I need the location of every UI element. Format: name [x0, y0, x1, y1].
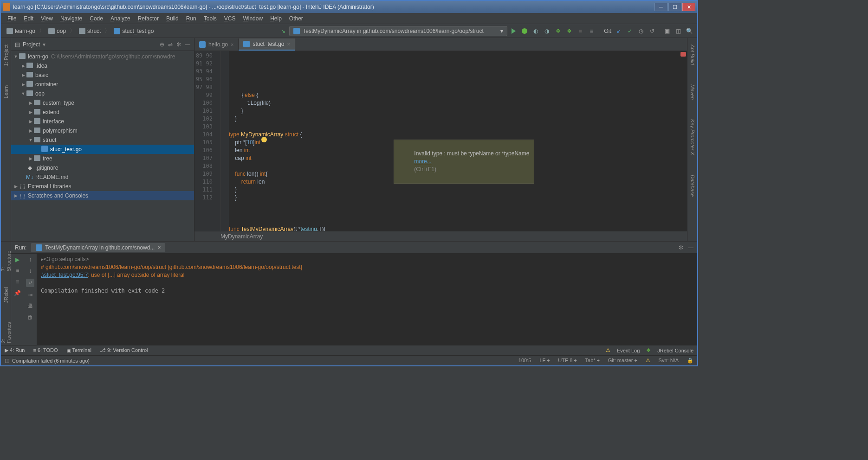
chevron-icon[interactable]: ▶ [28, 110, 33, 115]
intention-bulb-icon[interactable] [261, 137, 267, 142]
tree-item-learn-go[interactable]: ▼learn-goC:\Users\Administrator\go\src\g… [11, 52, 194, 61]
menu-vcs[interactable]: VCS [220, 14, 240, 23]
jrebel-console-button[interactable]: JRebel Console [657, 348, 693, 353]
ide-layout-icon[interactable]: ◫ [673, 26, 683, 36]
wrap-icon[interactable]: ⤶ [26, 279, 34, 287]
locate-icon[interactable]: ⊕ [160, 41, 164, 48]
breadcrumb-learn-go[interactable]: learn-go [4, 27, 38, 35]
tool-tab-key-promoter-x[interactable]: Key Promoter X [689, 116, 696, 158]
rerun-icon[interactable]: ▶ [15, 256, 19, 263]
status-svn[interactable]: Svn: N/A [659, 358, 679, 364]
jrebel-icon[interactable]: ❖ [553, 26, 563, 36]
menu-analyze[interactable]: Analyze [107, 14, 134, 23]
ide-settings-icon[interactable]: ▣ [662, 26, 672, 36]
print-icon[interactable]: 🖶 [27, 303, 33, 309]
gear-icon[interactable]: ✼ [679, 244, 683, 251]
status-pos[interactable]: 100:5 [518, 358, 531, 364]
event-log-button[interactable]: Event Log [617, 348, 640, 353]
menu-navigate[interactable]: Navigate [57, 14, 86, 23]
tool-btn--9-version-control[interactable]: ⎇ 9: Version Control [100, 347, 148, 353]
tree-item-README.md[interactable]: M↓README.md [11, 172, 194, 182]
tree-item-oop[interactable]: ▼oop [11, 89, 194, 98]
menu-run[interactable]: Run [182, 14, 200, 23]
chevron-icon[interactable]: ▶ [28, 156, 33, 161]
coverage-button[interactable]: ◐ [531, 26, 541, 36]
tool-tab-learn[interactable]: Learn [2, 83, 10, 101]
tree-item-extend[interactable]: ▶extend [11, 108, 194, 117]
console-output[interactable]: ▸<3 go setup calls> # github.com/snowdre… [37, 254, 697, 345]
down-icon[interactable]: ↓ [29, 268, 32, 274]
close-icon[interactable]: × [157, 244, 161, 251]
search-icon[interactable]: 🔍 [684, 26, 694, 36]
tree-item-struct[interactable]: ▼struct [11, 135, 194, 145]
run-button[interactable] [508, 26, 518, 36]
git-commit-icon[interactable]: ✓ [625, 26, 635, 36]
pin-icon[interactable]: 📌 [14, 290, 21, 296]
debug-button[interactable] [519, 26, 530, 36]
run-tab[interactable]: TestMyDynamicArray in github.com/snowd..… [31, 243, 165, 252]
collapse-icon[interactable]: ⇌ [168, 41, 173, 48]
menu-view[interactable]: View [37, 14, 57, 23]
dropdown-icon[interactable]: ▾ [43, 41, 45, 48]
chevron-icon[interactable]: ▶ [28, 119, 33, 124]
chevron-icon[interactable]: ▶ [13, 184, 19, 189]
tree-item-Scratches and Consoles[interactable]: ▶⬚Scratches and Consoles [11, 191, 194, 200]
menu-build[interactable]: Build [162, 14, 182, 23]
stop-icon[interactable]: ■ [16, 268, 19, 274]
scroll-icon[interactable]: ⇥ [28, 292, 32, 298]
close-icon[interactable]: × [231, 42, 233, 47]
error-marker-icon[interactable] [680, 52, 686, 57]
git-revert-icon[interactable]: ↺ [647, 26, 657, 36]
menu-file[interactable]: File [4, 14, 20, 23]
menu-help[interactable]: Help [266, 14, 285, 23]
tool-tab-1-project[interactable]: 1: Project [2, 42, 10, 69]
up-icon[interactable]: ↑ [29, 256, 32, 263]
tab-stuct_test.go[interactable]: stuct_test.go× [239, 38, 295, 51]
status-le[interactable]: LF ÷ [539, 358, 550, 364]
gear-icon[interactable]: ✼ [176, 41, 181, 48]
profile-button[interactable]: ◑ [542, 26, 552, 36]
layout-icon[interactable]: ≡ [16, 279, 19, 285]
tool-btn--4-run[interactable]: ▶ 4: Run [5, 347, 25, 353]
chevron-icon[interactable]: ▶ [20, 73, 26, 77]
close-icon[interactable]: × [287, 41, 290, 47]
tree-item-basic[interactable]: ▶basic [11, 70, 194, 80]
tree-item-External Libraries[interactable]: ▶⬚External Libraries [11, 182, 194, 191]
stop-button[interactable]: ■ [575, 26, 585, 36]
tree-item-interface[interactable]: ▶interface [11, 117, 194, 126]
git-update-icon[interactable]: ↙ [614, 26, 624, 36]
tool-btn--6-todo[interactable]: ≡ 6: TODO [33, 347, 58, 353]
tool-tab-jrebel[interactable]: JRebel [2, 285, 10, 305]
chevron-icon[interactable]: ▼ [20, 91, 26, 96]
git-history-icon[interactable]: ◷ [636, 26, 646, 36]
code-editor[interactable]: Invalid type : must be typeName or *type… [229, 51, 687, 231]
chevron-icon[interactable]: ▼ [28, 138, 33, 142]
status-tab[interactable]: Tab* ÷ [585, 358, 600, 364]
menu-tools[interactable]: Tools [200, 14, 220, 23]
chevron-icon[interactable]: ▼ [13, 54, 19, 59]
stop-all-button[interactable]: ≡ [586, 26, 596, 36]
menu-refactor[interactable]: Refactor [134, 14, 162, 23]
tree-item-tree[interactable]: ▶tree [11, 154, 194, 163]
hide-icon[interactable]: — [185, 41, 190, 48]
build-icon[interactable]: ↘ [278, 26, 288, 36]
tool-tab-ant-build[interactable]: Ant Build [689, 42, 696, 68]
tool-btn--terminal[interactable]: ▣ Terminal [66, 347, 91, 353]
menu-other[interactable]: Other [285, 14, 307, 23]
tree-item-stuct_test.go[interactable]: stuct_test.go [11, 145, 194, 154]
tab-hello.go[interactable]: hello.go× [194, 38, 239, 51]
chevron-icon[interactable]: ▶ [20, 64, 26, 68]
menu-code[interactable]: Code [86, 14, 107, 23]
editor-breadcrumb[interactable]: MyDynamicArray [194, 231, 687, 241]
tool-tab-7-structure[interactable]: 7: Structure [0, 245, 13, 273]
tree-item-.gitignore[interactable]: ◆.gitignore [11, 163, 194, 172]
tree-item-container[interactable]: ▶container [11, 80, 194, 89]
tool-tab-2-favorites[interactable]: 2: Favorites [0, 317, 13, 345]
tool-tab-maven[interactable]: Maven [689, 82, 696, 102]
chevron-icon[interactable]: ▶ [28, 128, 33, 133]
tooltip-more-link[interactable]: more... [414, 158, 431, 165]
close-button[interactable]: ✕ [682, 3, 695, 11]
tool-tab-database[interactable]: Database [689, 172, 696, 199]
breadcrumb-oop[interactable]: oop [45, 27, 69, 35]
minimize-button[interactable]: ─ [654, 3, 667, 11]
